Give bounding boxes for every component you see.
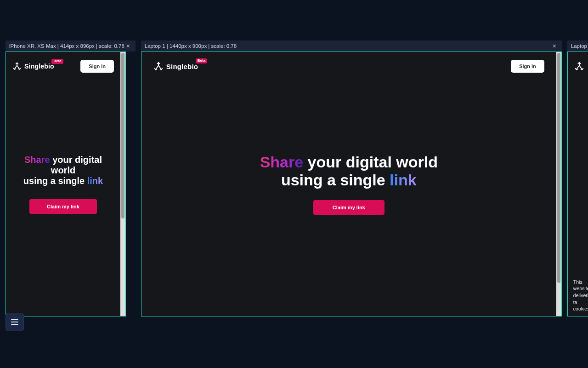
viewport-laptop3: Laptop 3 | 12 xyxy=(567,40,588,316)
page-header: Singlebio Beta Sign in xyxy=(568,52,588,76)
hero-word-share: Share xyxy=(24,155,50,165)
hero-line2-prefix: using a single xyxy=(23,176,87,186)
hero-heading: Share your digital world using a single … xyxy=(260,153,438,189)
viewport-frame: Singlebio Beta Sign in Share your digita… xyxy=(141,52,562,316)
page-content: Singlebio Beta Sign in This website deli… xyxy=(568,52,588,316)
hero-heading: Share your digital world using a single … xyxy=(11,155,115,186)
page-content: Singlebio Beta Sign in Share your digita… xyxy=(6,52,120,316)
hamburger-icon xyxy=(11,322,18,322)
close-icon[interactable]: × xyxy=(124,42,132,50)
claim-link-button[interactable]: Claim my link xyxy=(313,200,384,215)
hero-line1-rest: your digital world xyxy=(50,155,102,175)
hero: Share your digital world using a single … xyxy=(141,52,556,316)
viewport-row: iPhone XR, XS Max | 414px x 896px | scal… xyxy=(6,40,588,316)
cookie-line-1: This website xyxy=(573,279,588,292)
hero-line2-prefix: using a single xyxy=(281,171,390,189)
cookie-line-2: delivering ta xyxy=(573,293,588,305)
hero-word-link: link xyxy=(87,176,103,186)
viewport-title: Laptop 1 | 1440px x 900px | scale: 0.78 xyxy=(145,43,237,49)
brand[interactable]: Singlebio Beta xyxy=(574,61,584,71)
viewport-title: iPhone XR, XS Max | 414px x 896px | scal… xyxy=(9,43,124,49)
hero-line1-rest: your digital world xyxy=(303,153,438,171)
viewport-frame: Singlebio Beta Sign in This website deli… xyxy=(567,52,588,316)
hero-word-share: Share xyxy=(260,153,304,171)
scrollbar[interactable] xyxy=(556,52,561,316)
viewport-laptop1: Laptop 1 | 1440px x 900px | scale: 0.78 … xyxy=(141,40,562,316)
scrollbar-thumb[interactable] xyxy=(557,53,560,283)
viewport-header: Laptop 1 | 1440px x 900px | scale: 0.78 … xyxy=(141,40,562,52)
menu-button[interactable] xyxy=(6,313,24,331)
viewport-frame: Singlebio Beta Sign in Share your digita… xyxy=(6,52,126,316)
claim-link-button[interactable]: Claim my link xyxy=(29,199,97,214)
hero: Share your digital world using a single … xyxy=(6,52,120,316)
cookie-notice: This website delivering ta cookies. xyxy=(573,279,588,312)
viewport-iphone: iPhone XR, XS Max | 414px x 896px | scal… xyxy=(6,40,136,316)
scrollbar-thumb[interactable] xyxy=(121,53,124,218)
cookie-line-3: cookies. xyxy=(573,306,588,311)
scrollbar[interactable] xyxy=(120,52,125,316)
hero-word-link: link xyxy=(390,171,417,189)
page-content: Singlebio Beta Sign in Share your digita… xyxy=(141,52,556,316)
viewport-header: Laptop 3 | 12 xyxy=(567,40,588,52)
viewport-title: Laptop 3 | 12 xyxy=(571,43,588,49)
singlebio-logo-icon xyxy=(574,61,584,71)
viewport-header: iPhone XR, XS Max | 414px x 896px | scal… xyxy=(6,40,136,52)
close-icon[interactable]: × xyxy=(551,42,558,50)
